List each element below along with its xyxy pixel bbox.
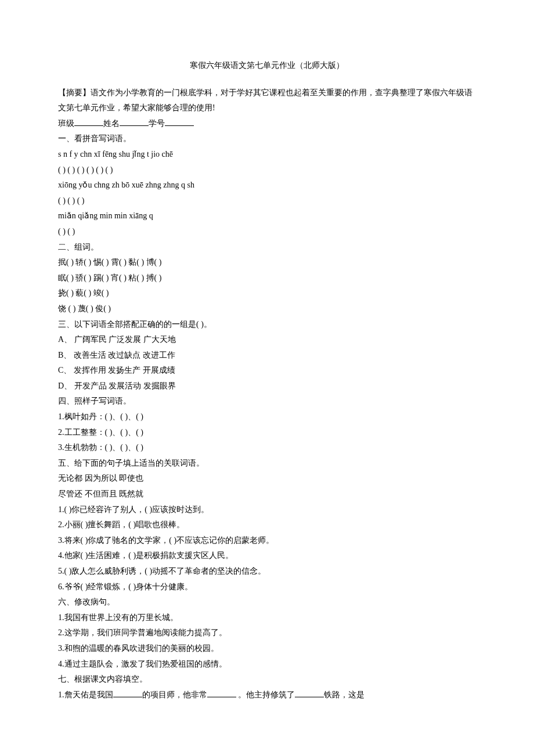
q1-paren-1: ( ) ( ) ( ) ( ) ( ) ( )	[58, 163, 476, 178]
q5-pre-1: 无论都 因为所以 即使也	[58, 471, 476, 487]
q3-opt-d: D、 开发产品 发展活动 发掘眼界	[58, 379, 476, 394]
q2-line-1: 抿( ) 轿( ) 惕( ) 霄( ) 黏( ) 博( )	[58, 255, 476, 271]
abstract: 【摘要】语文作为小学教育的一门根底学科，对于学好其它课程也起着至关重要的作用，查…	[58, 85, 476, 116]
q5-item-2: 2.小丽( )擅长舞蹈，( )唱歌也很棒。	[58, 517, 476, 533]
q7-1-p3: 。他主持修筑了	[236, 690, 295, 699]
id-blank	[165, 116, 194, 126]
q5-item-4: 4.他家( )生活困难，( )是积极捐款支援灾区人民。	[58, 548, 476, 564]
id-label: 学号	[149, 119, 165, 128]
q2-header: 二、组词。	[58, 240, 476, 255]
q6-item-1: 1.我国有世界上没有的万里长城。	[58, 610, 476, 626]
q7-1-p4: 铁路，这是	[324, 690, 365, 699]
q1-pinyin-1: s n f y chn xī fēng shu jǐng t jio chē	[58, 147, 476, 163]
q1-header: 一、看拼音写词语。	[58, 131, 476, 147]
q5-item-6: 6.爷爷( )经常锻炼，( )身体十分健康。	[58, 579, 476, 595]
q1-pinyin-2: xiōng yǒu chng zh bō xuē zhng zhng q sh	[58, 178, 476, 193]
q5-pre-2: 尽管还 不但而且 既然就	[58, 487, 476, 502]
q3-opt-a: A、 广阔军民 广泛发展 广大天地	[58, 332, 476, 348]
q7-1-blank3	[295, 687, 324, 697]
q1-paren-3: ( ) ( )	[58, 224, 476, 240]
q4-header: 四、照样子写词语。	[58, 394, 476, 409]
name-line: 班级姓名学号	[58, 116, 476, 132]
q5-item-5: 5.( )敌人怎么威胁利诱，( )动摇不了革命者的坚决的信念。	[58, 564, 476, 579]
q7-item-1: 1.詹天佑是我国的项目师，他非常 。他主持修筑了铁路，这是	[58, 687, 476, 703]
document-body: 【摘要】语文作为小学教育的一门根底学科，对于学好其它课程也起着至关重要的作用，查…	[58, 85, 476, 703]
q1-paren-2: ( ) ( ) ( )	[58, 193, 476, 209]
q5-item-3: 3.将来( )你成了驰名的文学家，( )不应该忘记你的启蒙老师。	[58, 533, 476, 549]
q5-item-1: 1.( )你已经容许了别人，( )应该按时达到。	[58, 502, 476, 518]
q3-header: 三、以下词语全部搭配正确的的一组是( )。	[58, 317, 476, 333]
document-title: 寒假六年级语文第七单元作业（北师大版）	[58, 58, 476, 74]
q6-item-2: 2.这学期，我们班同学普遍地阅读能力提高了。	[58, 625, 476, 641]
q7-1-p2: 的项目师，他非常	[142, 690, 207, 699]
name-blank	[120, 116, 149, 126]
q4-item-1: 1.枫叶如丹：( )、( )、( )	[58, 409, 476, 425]
q6-item-4: 4.通过主题队会，激发了我们热爱祖国的感情。	[58, 657, 476, 672]
q4-item-3: 3.生机勃勃：( )、( )、( )	[58, 440, 476, 456]
title-text: 寒假六年级语文第七单元作业（北师大版）	[190, 61, 344, 70]
q7-header: 七、根据课文内容填空。	[58, 672, 476, 687]
q2-line-3: 挠( ) 藐( ) 竣( )	[58, 286, 476, 301]
q1-pinyin-3: miǎn qiǎng min min xiāng q	[58, 208, 476, 224]
class-label: 班级	[58, 119, 74, 128]
q3-opt-c: C、 发挥作用 发扬生产 开展成绩	[58, 363, 476, 379]
q2-line-4: 饶 ( ) 蔑( ) 俊( )	[58, 301, 476, 317]
q2-line-2: 眠( ) 骄( ) 踢( ) 宵( ) 粘( ) 搏( )	[58, 271, 476, 286]
q7-1-blank1	[113, 687, 142, 697]
q3-opt-b: B、 改善生活 改过缺点 改进工作	[58, 348, 476, 363]
q4-item-2: 2.工工整整：( )、( )、( )	[58, 425, 476, 441]
name-label: 姓名	[103, 119, 120, 128]
q7-1-blank2	[207, 687, 236, 697]
class-blank	[74, 116, 103, 126]
q6-item-3: 3.和煦的温暖的春风吹进我们的美丽的校园。	[58, 641, 476, 657]
q7-1-p1: 1.詹天佑是我国	[58, 690, 113, 699]
q5-header: 五、给下面的句子填上适当的关联词语。	[58, 456, 476, 471]
q6-header: 六、修改病句。	[58, 595, 476, 610]
